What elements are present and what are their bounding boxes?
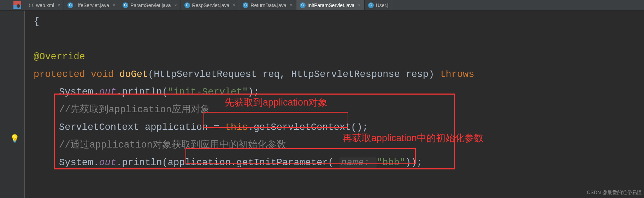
- static-out: out: [99, 157, 116, 168]
- code-text: .getServletContext();: [248, 122, 368, 133]
- java-class-icon: C: [123, 2, 128, 8]
- code-line-blank: [34, 30, 644, 48]
- static-out: out: [99, 87, 116, 97]
- code-text: System: [59, 87, 93, 97]
- tab-label: web.xml: [36, 2, 54, 8]
- code-editor[interactable]: { @Override protected void doGet(HttpSer…: [0, 11, 644, 172]
- kw-this: this: [225, 122, 248, 133]
- tab-param-servlet[interactable]: C ParamServlet.java ×: [119, 0, 181, 10]
- code-text: println: [122, 157, 162, 168]
- code-text: .: [93, 87, 99, 97]
- code-line: {: [34, 13, 644, 30]
- kw-void: void: [91, 69, 114, 80]
- code-text: ));: [405, 157, 423, 168]
- code-line: @Override: [34, 48, 644, 66]
- method-params: (HttpServletRequest req, HttpServletResp…: [148, 69, 440, 80]
- tab-bar: web.xml × C LifeServlet.java × C ParamSe…: [0, 0, 644, 11]
- close-icon[interactable]: ×: [175, 3, 177, 8]
- method-doget: doGet: [119, 69, 148, 80]
- code-line: System.out.println("init-Servlet");: [34, 83, 644, 101]
- code-text: (: [162, 87, 168, 97]
- string-literal: "init-Servlet": [168, 87, 248, 97]
- code-text: System: [59, 157, 93, 168]
- string-literal: "bbb": [377, 157, 405, 168]
- code-text: .: [116, 157, 122, 168]
- code-line: System.out.println(application.getInitPa…: [34, 154, 644, 172]
- tab-label: ReturnData.java: [250, 2, 286, 8]
- code-text: (: [162, 157, 168, 168]
- xml-file-icon: [28, 2, 34, 8]
- kw-throws: throws: [440, 69, 474, 80]
- tab-label: ParamServlet.java: [130, 2, 171, 8]
- comment-text: //先获取到application应用对象: [59, 104, 210, 115]
- code-line-comment: //先获取到application应用对象: [34, 101, 644, 119]
- java-class-icon: C: [184, 2, 190, 8]
- code-line: ServletContext application = this.getSer…: [34, 119, 644, 136]
- tab-init-param-servlet[interactable]: C InitParamServlet.java ×: [296, 0, 365, 10]
- svg-point-2: [17, 4, 20, 8]
- ide-corner-icon: [13, 1, 21, 9]
- tab-web-xml[interactable]: web.xml ×: [25, 0, 64, 10]
- tab-label: User.j: [376, 2, 389, 8]
- code-text: println: [122, 87, 162, 97]
- tab-resp-servlet[interactable]: C RespServlet.java ×: [181, 0, 240, 10]
- tab-label: InitParamServlet.java: [308, 2, 355, 8]
- code-line-comment: //通过application对象获取到应用中的初始化参数: [34, 136, 644, 154]
- code-line: protected void doGet(HttpServletRequest …: [34, 66, 644, 83]
- close-icon[interactable]: ×: [358, 3, 361, 8]
- tab-life-servlet[interactable]: C LifeServlet.java ×: [64, 0, 119, 10]
- code-text: application.getInitParameter(: [168, 157, 339, 168]
- svg-rect-3: [28, 2, 34, 8]
- watermark-text: CSDN @最爱的通俗易懂: [587, 190, 642, 196]
- param-hint-name: name:: [339, 157, 377, 168]
- java-class-icon: C: [300, 2, 306, 8]
- tab-user[interactable]: C User.j: [365, 0, 392, 10]
- code-text: ): [248, 87, 254, 97]
- svg-rect-0: [13, 1, 21, 5]
- code-text: .: [93, 157, 99, 168]
- code-text: ServletContext application =: [59, 122, 225, 133]
- close-icon[interactable]: ×: [290, 3, 293, 8]
- kw-protected: protected: [34, 69, 85, 80]
- close-icon[interactable]: ×: [233, 3, 235, 8]
- close-icon[interactable]: ×: [113, 3, 115, 8]
- java-class-icon: C: [67, 2, 73, 8]
- tab-label: LifeServlet.java: [75, 2, 109, 8]
- comment-text: //通过application对象获取到应用中的初始化参数: [59, 140, 286, 150]
- java-class-icon: C: [243, 2, 248, 8]
- annotation-override: @Override: [34, 52, 85, 62]
- close-icon[interactable]: ×: [58, 3, 60, 8]
- brace-open: {: [34, 16, 39, 27]
- java-class-icon: C: [368, 2, 374, 8]
- tab-label: RespServlet.java: [192, 2, 230, 8]
- code-text: ;: [254, 87, 259, 97]
- code-text: .: [116, 87, 122, 97]
- tab-return-data[interactable]: C ReturnData.java ×: [239, 0, 296, 10]
